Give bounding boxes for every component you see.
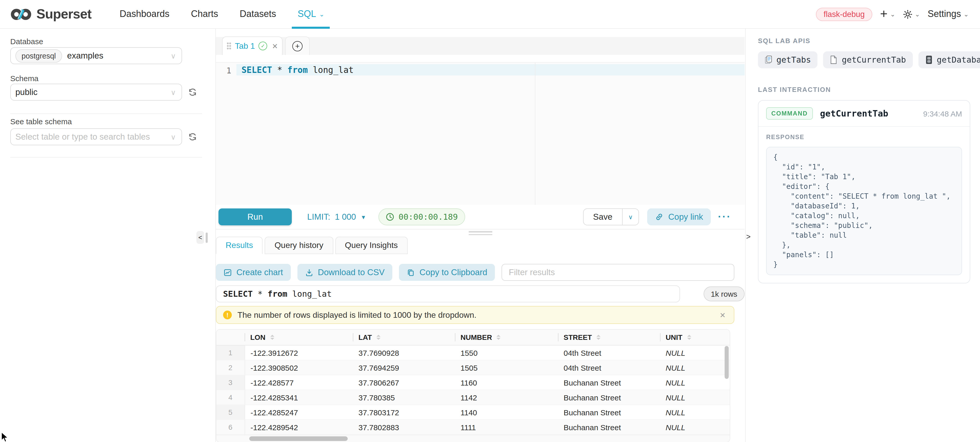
line-number: 1 (216, 66, 231, 75)
close-tab-icon[interactable]: ✕ (272, 42, 278, 50)
get-current-tab-button[interactable]: getCurrentTab (823, 51, 913, 68)
sql-editor[interactable]: 1 SELECT * from long_lat (216, 62, 745, 206)
nav-item-dashboards[interactable]: Dashboards (109, 0, 180, 28)
rows-limit-warning: ! The number of rows displayed is limite… (216, 306, 734, 324)
database-select-row: postgresql examples ∨ (10, 47, 182, 64)
get-databases-button[interactable]: getDatabases (918, 51, 980, 68)
column-header-lon[interactable]: LON (245, 330, 353, 345)
api-buttons: getTabs getCurrentTab (758, 51, 971, 68)
database-type-tag: postgresql (15, 49, 62, 62)
refresh-schemas-button[interactable] (187, 86, 198, 98)
pages-icon (765, 56, 772, 64)
download-icon (305, 268, 313, 276)
column-header-street[interactable]: STREET (558, 330, 660, 345)
refresh-tables-button[interactable] (187, 131, 198, 142)
copy-link-button[interactable]: Copy link (647, 208, 711, 225)
table-cell: NULL (660, 420, 730, 434)
close-icon[interactable]: ✕ (718, 311, 727, 319)
table-cell: 37.7802883 (353, 420, 455, 434)
table-row[interactable]: 5-122.428524737.78031721140Buchanan Stre… (216, 405, 730, 420)
nav-item-datasets[interactable]: Datasets (229, 0, 287, 28)
row-number: 6 (216, 420, 245, 434)
settings-menu[interactable]: Settings ⌄ (928, 9, 969, 19)
limit-value: 1 000 (335, 212, 356, 222)
column-header-number[interactable]: NUMBER (455, 330, 558, 345)
collapse-sidebar-handle[interactable]: < (196, 231, 204, 244)
nav-item-charts[interactable]: Charts (180, 0, 229, 28)
sort-icon[interactable] (376, 335, 380, 340)
filter-results-input[interactable] (501, 264, 734, 281)
get-tabs-button[interactable]: getTabs (758, 51, 818, 68)
table-cell: -122.4285247 (245, 405, 353, 420)
new-menu[interactable]: + ⌄ (880, 8, 895, 20)
database-select[interactable]: postgresql examples ∨ (10, 47, 182, 64)
editor-tabstrip: Tab 1 ✓ ✕ + (216, 37, 745, 55)
sort-icon[interactable] (270, 335, 274, 340)
query-preview-row: SELECT * from long_lat 1k rows (216, 286, 745, 302)
tab-results[interactable]: Results (216, 237, 263, 254)
table-row[interactable]: 4-122.428534137.7803851142Buchanan Stree… (216, 390, 730, 405)
sort-icon[interactable] (687, 335, 691, 340)
superset-logo[interactable]: Superset (10, 6, 92, 22)
table-cell: Buchanan Street (558, 405, 660, 420)
collapse-right-panel-handle[interactable]: > (746, 232, 751, 241)
copy-clipboard-button[interactable]: Copy to Clipboard (399, 264, 495, 281)
results-tabs: Results Query history Query Insights (216, 237, 409, 254)
limit-dropdown[interactable]: LIMIT: 1 000 ▼ (307, 212, 366, 222)
api-panel-title: SQL LAB APIS (758, 37, 971, 45)
horizontal-scrollbar[interactable] (249, 436, 348, 441)
copy-icon (407, 268, 415, 276)
table-cell: -122.428577 (245, 375, 353, 390)
last-interaction-card: COMMAND getCurrentTab 9:34:48 AM RESPONS… (758, 100, 970, 283)
top-navbar: Superset Dashboards Charts Datasets SQL … (0, 0, 980, 29)
column-header-lat[interactable]: LAT (353, 330, 455, 345)
limit-label: LIMIT: (307, 212, 330, 222)
superset-infinity-icon (10, 6, 32, 22)
query-preview: SELECT * from long_lat (216, 286, 680, 302)
row-number: 3 (216, 375, 245, 390)
rows-count-badge: 1k rows (703, 286, 745, 302)
active-tab-indicator (292, 27, 330, 29)
vertical-scrollbar[interactable] (725, 346, 729, 379)
table-cell: 1505 (455, 360, 558, 375)
table-select[interactable]: Select table or type to search tables ∨ (10, 128, 182, 145)
panel-resize-handle[interactable] (216, 230, 745, 237)
sort-icon[interactable] (597, 335, 600, 340)
tab-query-history[interactable]: Query history (265, 237, 333, 254)
table-cell: -122.4289542 (245, 420, 353, 434)
theme-menu[interactable]: ⌄ (903, 10, 920, 19)
schema-select[interactable]: public ∨ (10, 84, 182, 101)
save-button[interactable]: Save (583, 209, 622, 225)
create-chart-button[interactable]: Create chart (216, 264, 291, 281)
horizontal-scrollbar-track[interactable] (216, 435, 730, 442)
editor-tab[interactable]: Tab 1 ✓ ✕ (222, 37, 283, 55)
command-timestamp: 9:34:48 AM (923, 109, 962, 118)
warning-text: The number of rows displayed is limited … (237, 310, 718, 319)
link-icon (655, 212, 663, 221)
download-csv-button[interactable]: Download to CSV (298, 264, 393, 281)
environment-badge: flask-debug (816, 8, 872, 21)
save-dropdown-button[interactable]: ∨ (622, 209, 638, 225)
table-cell: NULL (660, 360, 730, 375)
table-row[interactable]: 2-122.390850237.7694259150504th StreetNU… (216, 360, 730, 375)
interaction-card-header: COMMAND getCurrentTab 9:34:48 AM (759, 101, 970, 126)
row-number: 4 (216, 390, 245, 405)
column-header-unit[interactable]: UNIT (660, 330, 730, 345)
tab-query-insights[interactable]: Query Insights (335, 237, 407, 254)
table-cell: -122.4285341 (245, 390, 353, 405)
caret-down-icon: ▼ (361, 214, 366, 220)
run-button[interactable]: Run (218, 208, 292, 225)
more-actions-button[interactable]: ··· (718, 211, 731, 223)
table-row[interactable]: 1-122.391267237.7690928155004th StreetNU… (216, 345, 730, 360)
nav-item-sql[interactable]: SQL ⌄ (287, 0, 335, 28)
save-split-button: Save ∨ (583, 208, 639, 225)
table-row[interactable]: 3-122.42857737.78062671160Buchanan Stree… (216, 375, 730, 390)
row-number: 2 (216, 360, 245, 375)
add-tab-button[interactable]: + (285, 37, 310, 55)
table-row[interactable]: 6-122.428954237.78028831111Buchanan Stre… (216, 420, 730, 434)
sort-icon[interactable] (497, 335, 501, 340)
table-cell: 37.780385 (353, 390, 455, 405)
command-badge: COMMAND (766, 107, 813, 120)
database-name: examples (67, 51, 103, 61)
sidebar-resize-bar[interactable] (206, 233, 208, 243)
